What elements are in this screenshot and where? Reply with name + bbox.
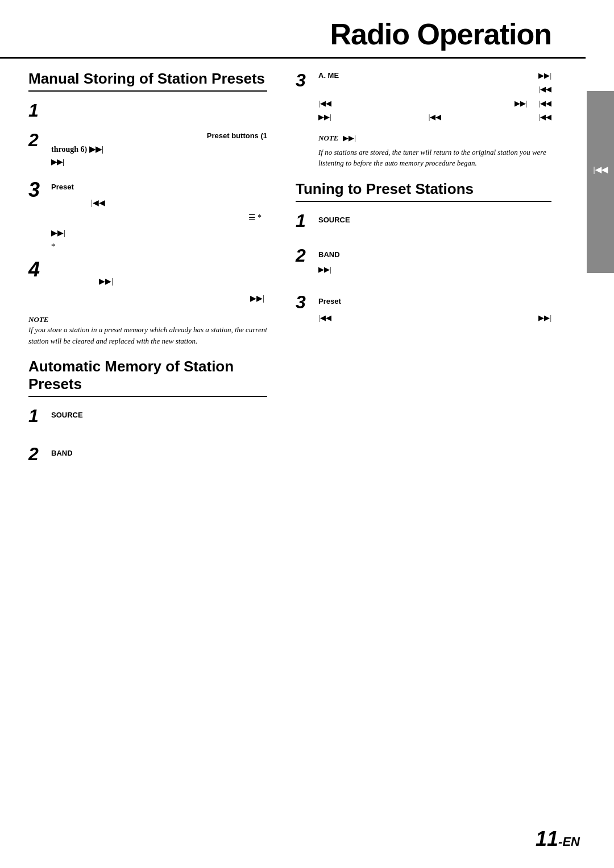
ts-step1-num: 1 [296, 210, 318, 230]
page-num-value: 11 [536, 827, 558, 850]
section3-title: Tuning to Preset Stations [296, 180, 551, 202]
note-block-left: NOTE If you store a station in a preset … [28, 315, 267, 346]
auto-step2: 2 BAND [28, 444, 267, 463]
step2: 2 Preset buttons (1 through 6) ▶▶| ▶▶| [28, 130, 267, 168]
note-fwd-label: NOTE [318, 133, 338, 144]
step3-content: Preset |◀◀ ☰ * ▶▶| * [51, 179, 267, 254]
step3-left: 3 Preset |◀◀ ☰ * ▶▶| * [28, 179, 267, 254]
step3-fwd-r2: ▶▶| [515, 98, 528, 110]
ts-step1: 1 SOURCE [296, 210, 551, 235]
ts-step3: 3 Preset |◀◀ ▶▶| [296, 292, 551, 324]
step4: 4 ▶▶| ▶▶| [28, 258, 267, 305]
auto-step2-content: BAND [51, 444, 267, 460]
ame-label: A. ME [318, 70, 339, 82]
note-right-text: If no stations are stored, the tuner wil… [318, 147, 551, 169]
step4-fwd1: ▶▶| [51, 275, 267, 288]
step3-right-content: A. ME ▶▶| |◀◀ |◀◀ ▶▶| |◀◀ ▶▶| [318, 70, 551, 169]
ts-step2-num: 2 [296, 245, 318, 264]
note-title-left: NOTE [28, 315, 267, 324]
step3-back-r2: |◀◀ [318, 98, 331, 110]
tuning-section: Tuning to Preset Stations 1 SOURCE 2 BAN… [296, 180, 551, 324]
ts-step1-content: SOURCE [318, 210, 551, 235]
step3-number: 3 [28, 179, 51, 200]
step1: 1 [28, 100, 267, 119]
step3-line1: |◀◀ [51, 197, 267, 209]
step2-sub2: ▶▶| [51, 156, 267, 168]
step3-back-r4: |◀◀ [429, 111, 442, 123]
page: |◀◀ Radio Operation Manual Storing of St… [0, 0, 614, 868]
page-number: 11-EN [536, 827, 580, 851]
ts-step3-num: 3 [296, 292, 318, 311]
step2-sub1: through 6) ▶▶| [51, 143, 267, 156]
step4-number: 4 [28, 258, 51, 280]
step3-fwd-r3: ▶▶| [318, 111, 331, 123]
right-column: 3 A. ME ▶▶| |◀◀ |◀◀ ▶▶| |◀◀ [284, 59, 586, 485]
step4-fwd2: ▶▶| [51, 292, 267, 305]
ts-step3-label: Preset [318, 297, 341, 305]
note-text-left: If you store a station in a preset memor… [28, 324, 267, 346]
ts-step2-label: BAND [318, 250, 340, 259]
page-title: Radio Operation [0, 17, 551, 51]
side-tab-icon: |◀◀ [587, 165, 614, 175]
auto-step2-label: BAND [51, 449, 73, 457]
step3-back-r3: |◀◀ [538, 98, 551, 110]
page-header: Radio Operation [0, 0, 586, 59]
step3-back-r5: |◀◀ [538, 111, 551, 123]
step3-list-icon: ☰ * [51, 212, 267, 224]
step4-content: ▶▶| ▶▶| [51, 258, 267, 305]
step3-fwd-r1: ▶▶| [538, 70, 551, 82]
page-suffix: -EN [558, 834, 580, 849]
ts-step3-back: |◀◀ [318, 312, 331, 324]
step2-number: 2 [28, 130, 51, 149]
step3-right-num: 3 [296, 70, 318, 89]
auto-step1: 1 SOURCE [28, 406, 267, 433]
ts-step3-content: Preset |◀◀ ▶▶| [318, 292, 551, 324]
note-fwd-sym: ▶▶| [343, 133, 356, 144]
section1-title: Manual Storing of Station Presets [28, 70, 267, 92]
ts-step1-label: SOURCE [318, 216, 350, 224]
step1-content [51, 100, 267, 117]
step2-blank [51, 130, 53, 142]
step3-right: 3 A. ME ▶▶| |◀◀ |◀◀ ▶▶| |◀◀ [296, 70, 551, 169]
step3-preset-label: Preset [51, 183, 74, 191]
step2-content: Preset buttons (1 through 6) ▶▶| ▶▶| [51, 130, 267, 168]
ts-step2: 2 BAND ▶▶| [296, 245, 551, 281]
section2-title: Automatic Memory of Station Presets [28, 358, 267, 397]
ts-step2-fwd: ▶▶| [318, 264, 551, 276]
auto-step1-num: 1 [28, 406, 51, 425]
step1-number: 1 [28, 100, 51, 119]
side-tab: |◀◀ [587, 91, 614, 273]
auto-step1-label: SOURCE [51, 411, 83, 419]
step2-label: Preset buttons (1 [207, 130, 267, 142]
main-content: Manual Storing of Station Presets 1 2 Pr… [0, 59, 614, 485]
step3-fwd: ▶▶| [51, 227, 267, 239]
step3-asterisk: * [51, 241, 267, 253]
ts-step2-content: BAND ▶▶| [318, 245, 551, 281]
step3-back-r1: |◀◀ [538, 84, 551, 96]
auto-step1-content: SOURCE [51, 406, 267, 433]
auto-step2-num: 2 [28, 444, 51, 463]
left-column: Manual Storing of Station Presets 1 2 Pr… [0, 59, 284, 485]
ts-step3-fwd: ▶▶| [538, 312, 551, 324]
